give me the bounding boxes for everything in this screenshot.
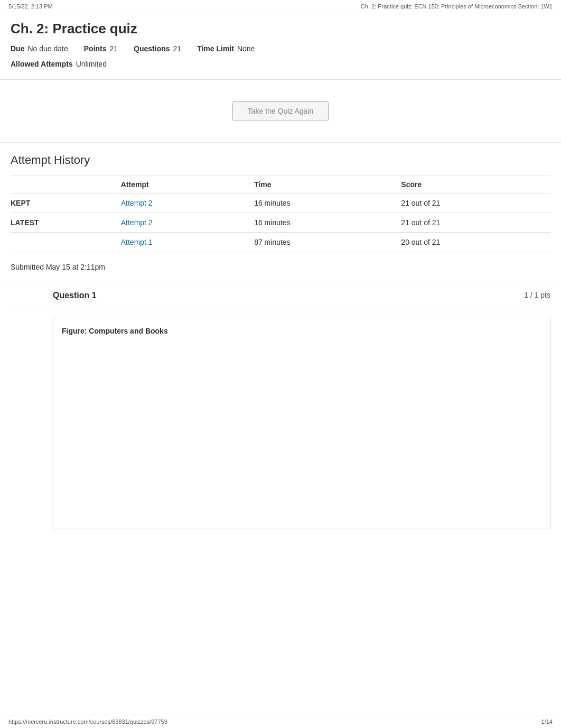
attempt-row-attempt[interactable]: Attempt 2	[115, 193, 248, 213]
allowed-attempts-meta: Allowed Attempts Unlimited	[11, 58, 107, 71]
col-header-time: Time	[248, 176, 395, 193]
quiz-meta: Due No due date Points 21 Questions 21 T…	[11, 42, 550, 71]
top-bar: 5/15/22, 2:13 PM Ch. 2: Practice quiz: E…	[0, 0, 561, 13]
time-limit-label: Time Limit	[197, 42, 234, 56]
attempt-history-title: Attempt History	[11, 153, 550, 167]
attempt-table: Attempt Time Score KEPTAttempt 216 minut…	[11, 176, 550, 252]
attempt-row-label	[11, 233, 115, 252]
question-section: Question 1 1 / 1 pts Figure: Computers a…	[0, 282, 561, 540]
quiz-meta-row-2: Allowed Attempts Unlimited	[11, 58, 550, 71]
time-limit-meta: Time Limit None	[197, 42, 255, 56]
top-bar-time: 5/15/22, 2:13 PM	[8, 3, 53, 10]
figure-title: Figure: Computers and Books	[62, 327, 541, 335]
col-header-label	[11, 176, 115, 193]
quiz-action-area: Take the Quiz Again	[0, 80, 561, 143]
bottom-bar: https://merceru.instructure.com/courses/…	[0, 715, 561, 728]
page-header: Ch. 2: Practice quiz Due No due date Poi…	[0, 13, 561, 80]
quiz-meta-row-1: Due No due date Points 21 Questions 21 T…	[11, 42, 550, 56]
col-header-attempt: Attempt	[115, 176, 248, 193]
table-row: Attempt 187 minutes20 out of 21	[11, 233, 550, 252]
due-meta: Due No due date	[11, 42, 68, 56]
table-row: LATESTAttempt 216 minutes21 out of 21	[11, 213, 550, 233]
page-title: Ch. 2: Practice quiz	[11, 21, 550, 37]
submission-text: Submitted May 15 at 2:11pm	[11, 263, 105, 271]
points-value: 21	[110, 42, 118, 56]
attempt-row-time: 16 minutes	[248, 193, 395, 213]
questions-label: Questions	[134, 42, 170, 56]
attempt-row-label: LATEST	[11, 213, 115, 233]
top-bar-title: Ch. 2: Practice quiz: ECN 150: Principle…	[361, 3, 553, 10]
attempt-row-attempt[interactable]: Attempt 2	[115, 213, 248, 233]
bottom-bar-page: 1/14	[541, 718, 553, 725]
attempt-row-time: 16 minutes	[248, 213, 395, 233]
points-meta: Points 21	[84, 42, 118, 56]
points-label: Points	[84, 42, 107, 56]
attempt-row-label: KEPT	[11, 193, 115, 213]
time-limit-value: None	[237, 42, 255, 56]
due-label: Due	[11, 42, 24, 56]
take-quiz-button[interactable]: Take the Quiz Again	[232, 101, 329, 121]
table-header-row: Attempt Time Score	[11, 176, 550, 193]
bottom-bar-url: https://merceru.instructure.com/courses/…	[8, 718, 167, 725]
due-value: No due date	[27, 42, 68, 56]
attempt-row-attempt[interactable]: Attempt 1	[115, 233, 248, 252]
allowed-attempts-label: Allowed Attempts	[11, 58, 73, 71]
question-body: Figure: Computers and Books	[53, 318, 550, 529]
attempt-row-score: 21 out of 21	[395, 213, 550, 233]
question-points: 1 / 1 pts	[524, 291, 550, 299]
question-title: Question 1	[53, 291, 97, 300]
col-header-score: Score	[395, 176, 550, 193]
questions-meta: Questions 21	[134, 42, 181, 56]
submission-info: Submitted May 15 at 2:11pm	[0, 252, 561, 282]
attempt-row-score: 21 out of 21	[395, 193, 550, 213]
allowed-attempts-value: Unlimited	[76, 58, 107, 71]
attempt-history-section: Attempt History Attempt Time Score KEPTA…	[0, 143, 561, 252]
table-row: KEPTAttempt 216 minutes21 out of 21	[11, 193, 550, 213]
question-header: Question 1 1 / 1 pts	[11, 282, 550, 309]
attempt-row-score: 20 out of 21	[395, 233, 550, 252]
attempt-row-time: 87 minutes	[248, 233, 395, 252]
questions-value: 21	[173, 42, 182, 56]
